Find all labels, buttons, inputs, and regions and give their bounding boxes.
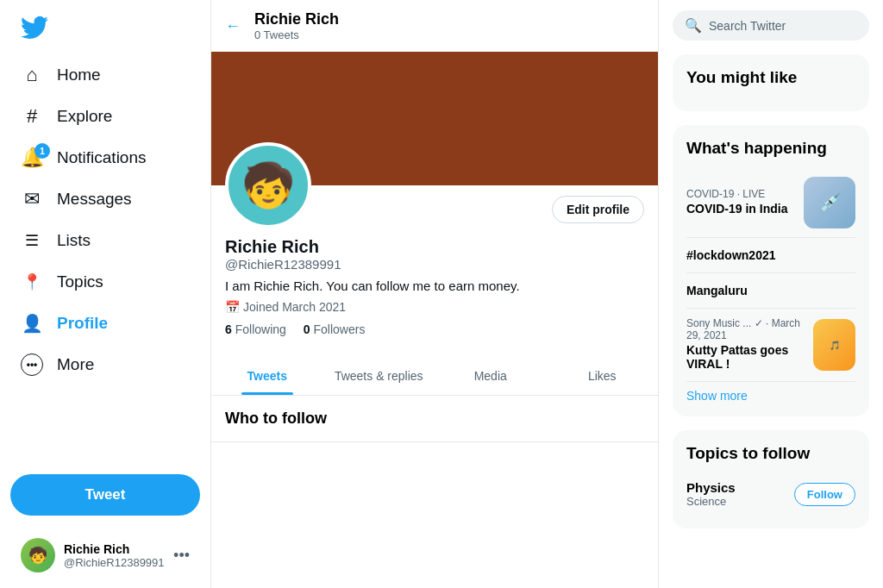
topics-icon: 📍 (21, 271, 43, 293)
wh-title-4: Kutty Pattas goes VIRAL ! (686, 343, 813, 371)
wh-category-1: COVID-19 · LIVE (686, 188, 787, 200)
sidebar-item-label: Lists (57, 231, 91, 250)
sidebar-item-home[interactable]: ⌂ Home (10, 55, 200, 95)
whats-happening-item-2[interactable]: #lockdown2021 (686, 238, 855, 273)
right-sidebar: 🔍 You might like What's happening COVID-… (659, 0, 883, 588)
sidebar-item-profile[interactable]: 👤 Profile (10, 303, 200, 343)
bottom-user-name: Richie Rich (64, 542, 165, 556)
messages-icon: ✉ (21, 188, 43, 210)
sidebar-nav: ⌂ Home # Explore 🔔 1 Notifications ✉ Mes… (10, 55, 200, 460)
profile-header-bar: ← Richie Rich 0 Tweets (211, 0, 658, 52)
sidebar-item-label: Explore (57, 107, 112, 126)
back-button[interactable]: ← (225, 17, 241, 35)
wh-category-4: Sony Music ... ✓ · March 29, 2021 (686, 317, 813, 341)
profile-tabs: Tweets Tweets & replies Media Likes (211, 357, 658, 396)
wh-title-3: Mangaluru (686, 284, 855, 297)
twitter-bird-icon (21, 14, 48, 41)
lists-icon: ☰ (21, 229, 43, 252)
home-icon: ⌂ (21, 64, 43, 86)
topic-name: Physics (686, 480, 736, 495)
tab-likes[interactable]: Likes (547, 357, 659, 395)
bottom-user-handle: @RichieR12389991 (64, 556, 165, 569)
tweet-button[interactable]: Tweet (10, 474, 200, 516)
topics-to-follow-section: Topics to follow Physics Science Follow (673, 430, 869, 529)
tab-tweets[interactable]: Tweets (211, 357, 323, 395)
topics-to-follow-title: Topics to follow (686, 444, 855, 463)
tab-media[interactable]: Media (435, 357, 547, 395)
search-input[interactable] (709, 19, 857, 33)
you-might-like-section: You might like (673, 54, 869, 111)
whats-happening-section: What's happening COVID-19 · LIVE COVID-1… (673, 125, 869, 416)
edit-profile-button[interactable]: Edit profile (552, 196, 644, 223)
more-icon: ••• (21, 353, 43, 376)
user-menu-dots-icon[interactable]: ••• (173, 547, 190, 565)
calendar-icon: 📅 (225, 300, 240, 314)
who-to-follow-title: Who to follow (225, 410, 644, 428)
whats-happening-item-3[interactable]: Mangaluru (686, 273, 855, 309)
whats-happening-item-1[interactable]: COVID-19 · LIVE COVID-19 in India 💉 (686, 168, 855, 238)
follow-button[interactable]: Follow (794, 483, 855, 506)
topic-item-physics: Physics Science Follow (686, 473, 855, 515)
sidebar-item-label: Profile (57, 314, 108, 333)
sidebar-item-more[interactable]: ••• More (10, 345, 200, 385)
profile-handle: @RichieR12389991 (225, 257, 644, 272)
sidebar-item-messages[interactable]: ✉ Messages (10, 179, 200, 219)
avatar: 🧒 (21, 538, 55, 572)
sidebar-item-label: Home (57, 66, 101, 84)
topic-sub: Science (686, 495, 736, 508)
main-content: ← Richie Rich 0 Tweets 🧒 Edit profile Ri… (211, 0, 659, 588)
you-might-like-title: You might like (686, 68, 855, 87)
twitter-logo[interactable] (10, 7, 200, 52)
profile-bio: I am Richie Rich. You can follow me to e… (225, 278, 644, 293)
sidebar-item-notifications[interactable]: 🔔 1 Notifications (10, 138, 200, 178)
who-to-follow-section: Who to follow (211, 396, 658, 442)
profile-joined: 📅 Joined March 2021 (225, 300, 644, 314)
show-more-link[interactable]: Show more (686, 382, 855, 403)
sidebar-item-label: Messages (57, 190, 132, 209)
sidebar-item-lists[interactable]: ☰ Lists (10, 221, 200, 260)
profile-name: Richie Rich (225, 237, 644, 257)
explore-icon: # (21, 105, 43, 128)
sidebar-item-label: Notifications (57, 148, 147, 167)
profile-header-name: Richie Rich (254, 10, 339, 28)
search-icon: 🔍 (685, 17, 702, 34)
user-profile-bottom[interactable]: 🧒 Richie Rich @RichieR12389991 ••• (10, 529, 200, 581)
whats-happening-title: What's happening (686, 139, 855, 158)
wh-title-1: COVID-19 in India (686, 202, 787, 216)
sidebar-item-label: Topics (57, 272, 103, 291)
sidebar-item-topics[interactable]: 📍 Topics (10, 262, 200, 302)
whats-happening-item-4[interactable]: Sony Music ... ✓ · March 29, 2021 Kutty … (686, 309, 855, 382)
wh-title-2: #lockdown2021 (686, 248, 855, 262)
profile-stats: 6 Following 0 Followers (225, 322, 644, 336)
wh-thumbnail-4: 🎵 (813, 319, 855, 371)
tab-tweets-replies[interactable]: Tweets & replies (323, 357, 435, 395)
content-wrapper: ← Richie Rich 0 Tweets 🧒 Edit profile Ri… (211, 0, 883, 588)
sidebar-item-label: More (57, 355, 94, 374)
following-stat[interactable]: 6 Following (225, 322, 286, 336)
notifications-badge: 1 (34, 143, 50, 159)
wh-thumbnail-1: 💉 (804, 177, 855, 228)
search-bar[interactable]: 🔍 (673, 10, 869, 41)
profile-header-tweet-count: 0 Tweets (254, 28, 339, 41)
sidebar-item-explore[interactable]: # Explore (10, 97, 200, 136)
left-sidebar: ⌂ Home # Explore 🔔 1 Notifications ✉ Mes… (0, 0, 211, 588)
profile-avatar: 🧒 (225, 142, 311, 228)
profile-icon: 👤 (21, 312, 43, 335)
followers-stat[interactable]: 0 Followers (304, 322, 366, 336)
